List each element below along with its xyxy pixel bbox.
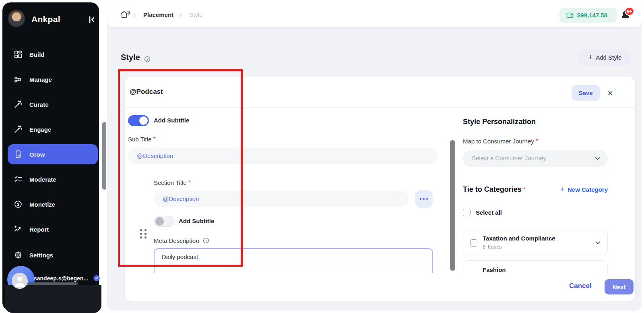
style-form-scroll-region: Add Subtitle Sub Title* Section Title* A… [125, 107, 459, 273]
section-add-subtitle-toggle[interactable] [154, 216, 175, 227]
more-options-button[interactable] [415, 190, 433, 208]
sidebar-item-label: Grow [29, 151, 45, 158]
sidebar-item-label: Manage [29, 76, 52, 83]
select-all-label: Select all [476, 209, 502, 216]
sidebar-collapse-button[interactable] [86, 15, 97, 25]
dashboard-icon [14, 50, 23, 59]
brand-avatar[interactable] [8, 10, 25, 27]
sidebar-item-engage[interactable]: Engage [8, 120, 98, 138]
required-asterisk: * [523, 186, 526, 193]
trend-chart-icon [14, 225, 23, 234]
style-name: @Podcast [130, 88, 163, 96]
magic-wand-icon [14, 100, 23, 109]
wallet-balance-pill[interactable]: $99,147.58 [559, 8, 617, 23]
personalization-title: Style Personalization [463, 118, 536, 126]
ellipsis-icon [426, 198, 428, 200]
required-asterisk: * [536, 138, 538, 145]
sidebar: Ankpal Build Manage Curate Engage Grow M… [2, 2, 99, 311]
notification-count-badge: 9+ [625, 7, 634, 16]
cancel-button[interactable]: Cancel [569, 282, 592, 290]
required-asterisk: * [153, 136, 155, 143]
save-button[interactable]: Save [572, 85, 600, 101]
gear-icon [14, 251, 23, 259]
sidebar-item-label: Moderate [29, 176, 56, 183]
share-nodes-icon [14, 75, 23, 84]
app-root: Ankpal Build Manage Curate Engage Grow M… [0, 0, 644, 313]
sidebar-item-label: Engage [29, 126, 51, 133]
divider [463, 177, 608, 177]
user-account-row[interactable]: sandeep.s@begen... [5, 285, 101, 313]
toggle-knob [155, 217, 164, 226]
sidebar-item-label: Settings [29, 252, 53, 259]
sidebar-item-label: Monetize [29, 201, 55, 208]
sub-title-label: Sub Title* [128, 136, 156, 143]
add-subtitle-toggle[interactable] [128, 115, 149, 126]
sidebar-item-label: Curate [29, 101, 49, 108]
page-title: Style [121, 53, 140, 62]
sidebar-item-label: Report [29, 226, 49, 233]
info-icon[interactable] [202, 237, 210, 244]
toggle-knob [139, 116, 148, 125]
mobile-share-icon [14, 150, 23, 159]
sidebar-item-label: Build [29, 51, 45, 58]
chevron-down-icon [594, 155, 601, 162]
topbar: › Placement › Style $99,147.58 9+ [107, 2, 642, 27]
collapse-left-icon [86, 15, 97, 25]
brand-name: Ankpal [31, 15, 60, 24]
select-all-row: Select all [463, 209, 502, 216]
card-footer: Cancel Next [125, 273, 635, 301]
sidebar-item-report[interactable]: Report [8, 220, 98, 238]
select-all-checkbox[interactable] [463, 209, 471, 216]
select-placeholder: Select a Consumer Journey [472, 155, 546, 162]
page-vertical-scrollbar[interactable] [102, 122, 106, 190]
sidebar-item-monetize[interactable]: $ Monetize [8, 195, 98, 213]
next-button[interactable]: Next [605, 279, 634, 294]
checklist-icon [14, 175, 23, 184]
chevron-down-icon [594, 239, 602, 247]
ellipsis-icon [420, 198, 421, 200]
plus-icon: + [588, 54, 593, 61]
category-checkbox[interactable] [470, 239, 477, 247]
ellipsis-icon [423, 198, 425, 200]
sidebar-item-grow[interactable]: Grow [8, 144, 98, 164]
category-item-fashion[interactable]: Fashion [463, 260, 608, 273]
sub-title-input[interactable] [128, 147, 438, 164]
categories-header: Tie to Categories* + New Category [463, 185, 608, 194]
sidebar-item-curate[interactable]: Curate [8, 95, 98, 113]
meta-description-label: Meta Description [154, 237, 210, 244]
style-editor-card: @Podcast Save ✕ Add Subtitle Sub Title* … [125, 77, 635, 301]
new-category-button[interactable]: + New Category [560, 185, 608, 194]
breadcrumb-placement[interactable]: Placement [143, 11, 173, 18]
close-icon[interactable]: ✕ [606, 89, 614, 97]
verified-badge-icon [93, 274, 100, 282]
form-vertical-scrollbar[interactable] [450, 140, 455, 271]
meta-description-textarea[interactable]: Daily podcast [154, 248, 433, 273]
section-title-input[interactable] [154, 191, 409, 207]
breadcrumb-separator: › [180, 11, 182, 18]
home-icon[interactable] [120, 10, 130, 19]
user-avatar [12, 273, 28, 289]
consumer-journey-select[interactable]: Select a Consumer Journey [463, 150, 608, 167]
sidebar-item-build[interactable]: Build [8, 46, 98, 63]
breadcrumb-separator: › [134, 11, 136, 18]
sidebar-item-moderate[interactable]: Moderate [8, 170, 98, 188]
categories-title: Tie to Categories [463, 185, 522, 193]
plus-icon: + [560, 185, 564, 194]
add-subtitle-label: Add Subtitle [154, 117, 189, 124]
notifications-button[interactable]: 9+ [620, 9, 636, 25]
personalization-panel: Style Personalization Map to Consumer Jo… [459, 107, 632, 273]
magic-wand-icon [14, 125, 23, 134]
wallet-icon [566, 11, 574, 19]
section-add-subtitle-label: Add Subtitle [179, 218, 214, 224]
svg-text:$: $ [17, 202, 19, 207]
drag-handle[interactable] [140, 229, 147, 240]
dollar-circle-icon: $ [14, 200, 23, 209]
sidebar-item-settings[interactable]: Settings [8, 246, 98, 264]
sidebar-item-manage[interactable]: Manage [8, 70, 98, 88]
breadcrumb-style: Style [189, 11, 202, 18]
wallet-balance: $99,147.58 [577, 12, 607, 19]
info-icon[interactable] [144, 56, 151, 63]
category-item-taxation[interactable]: Taxation and Compliance 8 Topics [463, 230, 608, 255]
section-title-label: Section Title* [154, 179, 191, 187]
add-style-button[interactable]: + Add Style [579, 49, 631, 65]
